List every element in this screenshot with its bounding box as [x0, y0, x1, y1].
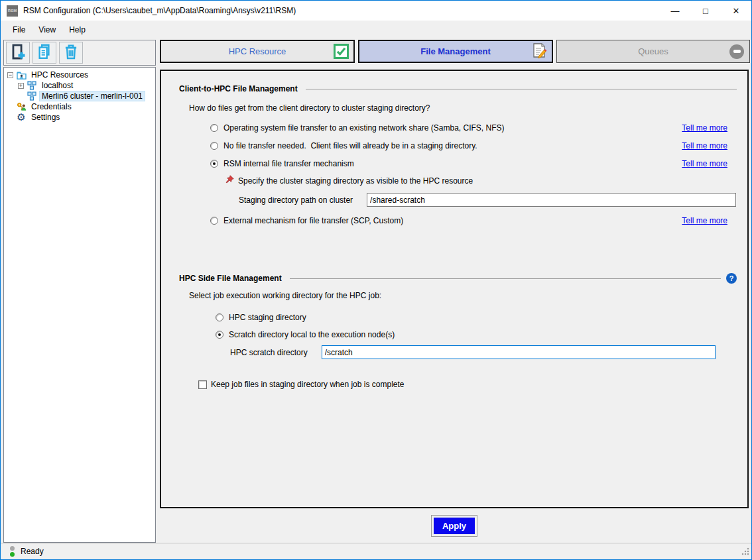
tell-me-more-link[interactable]: Tell me more	[682, 216, 727, 225]
duplicate-resource-button[interactable]	[32, 42, 56, 64]
hpc-question: Select job execution working directory f…	[189, 291, 747, 300]
status-bar: Ready	[1, 543, 751, 559]
cluster-icon	[27, 91, 37, 101]
cluster-icon	[27, 81, 37, 90]
tree-item-hpc-resources[interactable]: − HPC Resources	[4, 70, 155, 80]
radio-external-mechanism[interactable]: External mechanism for file transfer (SC…	[210, 216, 727, 225]
expand-icon[interactable]: +	[18, 83, 24, 89]
radio-no-transfer[interactable]: No file transfer needed. Client files wi…	[210, 141, 727, 150]
tree-item-credentials[interactable]: Credentials	[4, 101, 155, 112]
scratch-field-row: HPC scratch directory	[230, 345, 747, 359]
menu-file[interactable]: File	[6, 23, 32, 36]
staging-label: Staging directory path on cluster	[239, 196, 353, 205]
radio-label: No file transfer needed. Client files wi…	[223, 141, 477, 150]
radio-label: HPC staging directory	[229, 313, 306, 322]
right-panel: HPC Resource File Management Queues	[160, 40, 750, 543]
section-title: HPC Side File Management	[179, 274, 282, 283]
menu-view[interactable]: View	[32, 23, 62, 36]
resize-grip[interactable]	[741, 547, 749, 555]
radio-label: Operating system file transfer to an exi…	[223, 123, 505, 133]
staging-directory-input[interactable]	[367, 193, 736, 207]
radio-icon[interactable]	[210, 217, 218, 225]
apply-button-frame: Apply	[431, 515, 477, 537]
resource-toolbar	[3, 40, 156, 66]
radio-icon[interactable]	[210, 160, 218, 168]
radio-label: External mechanism for file transfer (SC…	[223, 216, 403, 225]
delete-resource-button[interactable]	[59, 42, 83, 64]
tree-item-merlin6-cluster[interactable]: Merlin6 cluster - merlin-l-001	[4, 91, 155, 101]
trash-icon	[62, 43, 80, 63]
status-indicator-icon	[10, 546, 15, 557]
add-resource-button[interactable]	[6, 42, 30, 64]
tab-hpc-resource[interactable]: HPC Resource	[160, 40, 355, 63]
scratch-label: HPC scratch directory	[230, 348, 308, 357]
green-check-icon	[334, 44, 349, 59]
close-button[interactable]: ✕	[721, 1, 751, 21]
tell-me-more-link[interactable]: Tell me more	[682, 159, 727, 168]
tab-queues[interactable]: Queues	[556, 40, 750, 63]
tree-item-label: HPC Resources	[29, 70, 90, 80]
section-tabs: HPC Resource File Management Queues	[160, 40, 750, 63]
window-controls: — □ ✕	[660, 1, 751, 21]
radio-os-file-transfer[interactable]: Operating system file transfer to an exi…	[210, 123, 727, 133]
pushpin-icon	[225, 175, 234, 187]
file-management-panel: Client-to-HPC File Management How do fil…	[160, 70, 749, 508]
tab-file-management[interactable]: File Management	[358, 40, 553, 63]
tree-item-label: Merlin6 cluster - merlin-l-001	[40, 91, 145, 101]
tell-me-more-link[interactable]: Tell me more	[682, 123, 727, 133]
status-text: Ready	[21, 547, 44, 556]
radio-icon[interactable]	[216, 331, 223, 339]
window-title: RSM Configuration (C:\Users\caubet_m\App…	[23, 6, 296, 15]
tree-item-settings[interactable]: ⚙ Settings	[4, 112, 155, 123]
keep-files-row[interactable]: Keep job files in staging directory when…	[198, 380, 747, 389]
client-question: How do files get from the client directo…	[189, 103, 747, 113]
credentials-icon	[16, 102, 27, 111]
tell-me-more-link[interactable]: Tell me more	[682, 141, 727, 150]
copy-icon	[36, 43, 53, 63]
settings-gear-icon: ⚙	[16, 113, 27, 122]
edit-document-icon	[531, 42, 547, 60]
minimize-button[interactable]: —	[660, 1, 690, 21]
section-title: Client-to-HPC File Management	[179, 84, 298, 93]
left-panel: − HPC Resources + localhost Merlin6 clus…	[3, 40, 156, 543]
menu-help[interactable]: Help	[62, 23, 92, 36]
add-document-icon	[9, 43, 27, 63]
keep-files-label: Keep job files in staging directory when…	[211, 380, 405, 389]
hpc-resources-folder-icon	[16, 70, 27, 80]
radio-hpc-staging-directory[interactable]: HPC staging directory	[216, 313, 727, 322]
title-bar: RSM RSM Configuration (C:\Users\caubet_m…	[1, 1, 751, 21]
tab-label: File Management	[420, 46, 490, 56]
divider	[306, 89, 737, 89]
app-icon: RSM	[7, 5, 18, 17]
help-icon[interactable]: ?	[726, 273, 737, 284]
hpc-section-header: HPC Side File Management ?	[179, 273, 737, 284]
keep-files-checkbox[interactable]	[198, 380, 207, 389]
radio-icon[interactable]	[210, 142, 218, 150]
radio-icon[interactable]	[210, 124, 218, 132]
radio-label: Scratch directory local to the execution…	[229, 330, 395, 339]
collapse-icon[interactable]: −	[7, 72, 13, 78]
staging-field-row: Staging directory path on cluster	[239, 193, 747, 207]
staging-note: Specify the cluster staging directory as…	[238, 176, 473, 186]
divider	[290, 278, 721, 279]
tab-label: HPC Resource	[229, 46, 286, 56]
minus-circle-icon	[729, 44, 744, 59]
menu-bar: File View Help	[1, 21, 751, 38]
hpc-scratch-directory-input[interactable]	[322, 345, 716, 359]
tree-item-label: Credentials	[29, 102, 74, 111]
apply-row: Apply	[160, 508, 749, 543]
staging-note-row: Specify the cluster staging directory as…	[225, 175, 747, 187]
rsm-configuration-window: RSM RSM Configuration (C:\Users\caubet_m…	[0, 0, 752, 560]
radio-scratch-directory[interactable]: Scratch directory local to the execution…	[216, 330, 727, 339]
tree-item-label: localhost	[40, 81, 75, 90]
maximize-button[interactable]: □	[690, 1, 721, 21]
tree-item-localhost[interactable]: + localhost	[4, 80, 155, 91]
tab-label: Queues	[638, 46, 668, 56]
client-section-header: Client-to-HPC File Management	[179, 84, 737, 93]
radio-icon[interactable]	[216, 313, 223, 321]
radio-rsm-internal[interactable]: RSM internal file transfer mechanism Tel…	[210, 159, 727, 168]
resource-tree: − HPC Resources + localhost Merlin6 clus…	[3, 67, 156, 543]
radio-label: RSM internal file transfer mechanism	[223, 159, 354, 168]
apply-button[interactable]: Apply	[434, 518, 475, 534]
tree-item-label: Settings	[29, 113, 62, 122]
